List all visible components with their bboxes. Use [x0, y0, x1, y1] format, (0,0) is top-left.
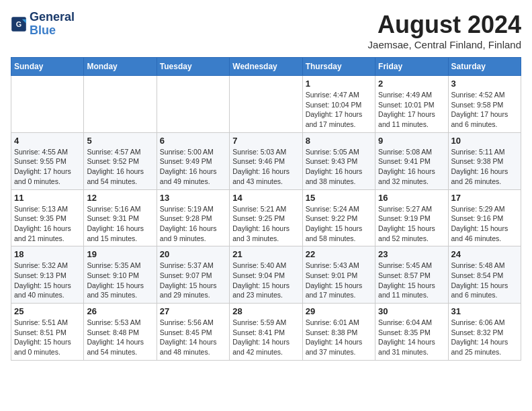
calendar-cell: 11Sunrise: 5:13 AM Sunset: 9:35 PM Dayli… — [11, 189, 84, 246]
day-info: Sunrise: 4:57 AM Sunset: 9:52 PM Dayligh… — [87, 147, 153, 187]
calendar-cell: 6Sunrise: 5:00 AM Sunset: 9:49 PM Daylig… — [157, 132, 229, 189]
day-info: Sunrise: 4:49 AM Sunset: 10:01 PM Daylig… — [378, 90, 445, 130]
day-info: Sunrise: 5:51 AM Sunset: 8:51 PM Dayligh… — [14, 318, 81, 357]
day-info: Sunrise: 5:24 AM Sunset: 9:22 PM Dayligh… — [306, 204, 372, 244]
day-number: 5 — [87, 136, 153, 146]
day-number: 20 — [160, 249, 226, 259]
day-number: 14 — [232, 193, 299, 203]
logo-icon: G — [11, 16, 27, 32]
day-number: 24 — [451, 249, 518, 259]
calendar-cell: 13Sunrise: 5:19 AM Sunset: 9:28 PM Dayli… — [157, 189, 229, 246]
calendar-cell: 4Sunrise: 4:55 AM Sunset: 9:55 PM Daylig… — [11, 132, 84, 189]
weekday-header: Wednesday — [230, 58, 302, 76]
calendar-cell: 26Sunrise: 5:53 AM Sunset: 8:48 PM Dayli… — [84, 304, 157, 361]
day-number: 9 — [378, 136, 445, 146]
day-info: Sunrise: 5:08 AM Sunset: 9:41 PM Dayligh… — [378, 147, 445, 187]
day-number: 3 — [451, 79, 518, 89]
calendar-cell: 24Sunrise: 5:48 AM Sunset: 8:54 PM Dayli… — [448, 246, 521, 304]
calendar-cell — [230, 76, 302, 133]
calendar-cell: 31Sunrise: 6:06 AM Sunset: 8:32 PM Dayli… — [448, 304, 521, 361]
calendar-cell: 29Sunrise: 6:01 AM Sunset: 8:38 PM Dayli… — [302, 304, 375, 361]
logo-line1: General — [30, 11, 75, 24]
day-info: Sunrise: 4:47 AM Sunset: 10:04 PM Daylig… — [306, 90, 372, 130]
calendar-cell: 21Sunrise: 5:40 AM Sunset: 9:04 PM Dayli… — [230, 246, 302, 304]
weekday-header: Thursday — [302, 58, 375, 76]
day-info: Sunrise: 5:19 AM Sunset: 9:28 PM Dayligh… — [160, 204, 226, 244]
calendar-cell — [11, 76, 84, 133]
title-section: August 2024 Jaemsae, Central Finland, Fi… — [368, 11, 521, 50]
day-number: 7 — [232, 136, 299, 146]
weekday-header: Sunday — [11, 58, 84, 76]
day-number: 4 — [14, 136, 81, 146]
day-info: Sunrise: 5:29 AM Sunset: 9:16 PM Dayligh… — [451, 204, 518, 244]
day-number: 12 — [87, 193, 153, 203]
day-info: Sunrise: 5:37 AM Sunset: 9:07 PM Dayligh… — [160, 261, 226, 300]
day-info: Sunrise: 5:35 AM Sunset: 9:10 PM Dayligh… — [87, 261, 153, 300]
calendar-cell: 23Sunrise: 5:45 AM Sunset: 8:57 PM Dayli… — [375, 246, 448, 304]
calendar-cell: 17Sunrise: 5:29 AM Sunset: 9:16 PM Dayli… — [448, 189, 521, 246]
weekday-header: Saturday — [448, 58, 521, 76]
day-info: Sunrise: 5:00 AM Sunset: 9:49 PM Dayligh… — [160, 147, 226, 187]
day-number: 27 — [160, 306, 226, 316]
calendar-cell: 25Sunrise: 5:51 AM Sunset: 8:51 PM Dayli… — [11, 304, 84, 361]
day-number: 19 — [87, 249, 153, 259]
weekday-header: Friday — [375, 58, 448, 76]
day-info: Sunrise: 5:43 AM Sunset: 9:01 PM Dayligh… — [306, 261, 372, 300]
day-number: 31 — [451, 306, 518, 316]
day-info: Sunrise: 4:55 AM Sunset: 9:55 PM Dayligh… — [14, 147, 81, 187]
day-info: Sunrise: 4:52 AM Sunset: 9:58 PM Dayligh… — [451, 90, 518, 130]
day-info: Sunrise: 5:45 AM Sunset: 8:57 PM Dayligh… — [378, 261, 445, 300]
calendar-week-row: 4Sunrise: 4:55 AM Sunset: 9:55 PM Daylig… — [11, 132, 521, 189]
calendar-cell — [157, 76, 229, 133]
calendar-cell: 20Sunrise: 5:37 AM Sunset: 9:07 PM Dayli… — [157, 246, 229, 304]
day-info: Sunrise: 5:13 AM Sunset: 9:35 PM Dayligh… — [14, 204, 81, 244]
day-info: Sunrise: 6:06 AM Sunset: 8:32 PM Dayligh… — [451, 318, 518, 357]
day-number: 26 — [87, 306, 153, 316]
day-number: 13 — [160, 193, 226, 203]
day-number: 11 — [14, 193, 81, 203]
calendar-cell: 5Sunrise: 4:57 AM Sunset: 9:52 PM Daylig… — [84, 132, 157, 189]
calendar-cell: 27Sunrise: 5:56 AM Sunset: 8:45 PM Dayli… — [157, 304, 229, 361]
day-number: 30 — [378, 306, 445, 316]
calendar-cell: 9Sunrise: 5:08 AM Sunset: 9:41 PM Daylig… — [375, 132, 448, 189]
day-number: 6 — [160, 136, 226, 146]
calendar-week-row: 18Sunrise: 5:32 AM Sunset: 9:13 PM Dayli… — [11, 246, 521, 304]
day-number: 2 — [378, 79, 445, 89]
day-info: Sunrise: 5:21 AM Sunset: 9:25 PM Dayligh… — [232, 204, 299, 244]
day-number: 25 — [14, 306, 81, 316]
day-number: 17 — [451, 193, 518, 203]
day-number: 28 — [232, 306, 299, 316]
logo-line2: Blue — [30, 24, 56, 37]
calendar-cell: 22Sunrise: 5:43 AM Sunset: 9:01 PM Dayli… — [302, 246, 375, 304]
calendar-cell: 7Sunrise: 5:03 AM Sunset: 9:46 PM Daylig… — [230, 132, 302, 189]
weekday-header: Monday — [84, 58, 157, 76]
day-number: 1 — [306, 79, 372, 89]
logo: G General Blue — [11, 11, 75, 38]
weekday-header: Tuesday — [157, 58, 229, 76]
logo-text: General Blue — [30, 11, 75, 38]
day-number: 8 — [306, 136, 372, 146]
day-number: 10 — [451, 136, 518, 146]
calendar-cell: 14Sunrise: 5:21 AM Sunset: 9:25 PM Dayli… — [230, 189, 302, 246]
day-info: Sunrise: 5:16 AM Sunset: 9:31 PM Dayligh… — [87, 204, 153, 244]
day-info: Sunrise: 5:48 AM Sunset: 8:54 PM Dayligh… — [451, 261, 518, 300]
day-number: 29 — [306, 306, 372, 316]
calendar-cell — [84, 76, 157, 133]
day-info: Sunrise: 5:56 AM Sunset: 8:45 PM Dayligh… — [160, 318, 226, 357]
day-info: Sunrise: 5:59 AM Sunset: 8:41 PM Dayligh… — [232, 318, 299, 357]
calendar-cell: 30Sunrise: 6:04 AM Sunset: 8:35 PM Dayli… — [375, 304, 448, 361]
svg-text:G: G — [16, 19, 21, 28]
calendar-week-row: 11Sunrise: 5:13 AM Sunset: 9:35 PM Dayli… — [11, 189, 521, 246]
day-info: Sunrise: 5:53 AM Sunset: 8:48 PM Dayligh… — [87, 318, 153, 357]
day-info: Sunrise: 6:01 AM Sunset: 8:38 PM Dayligh… — [306, 318, 372, 357]
day-info: Sunrise: 5:05 AM Sunset: 9:43 PM Dayligh… — [306, 147, 372, 187]
calendar-table: SundayMondayTuesdayWednesdayThursdayFrid… — [11, 57, 521, 361]
day-info: Sunrise: 5:27 AM Sunset: 9:19 PM Dayligh… — [378, 204, 445, 244]
page-header: G General Blue August 2024 Jaemsae, Cent… — [11, 11, 521, 50]
day-number: 21 — [232, 249, 299, 259]
calendar-cell: 18Sunrise: 5:32 AM Sunset: 9:13 PM Dayli… — [11, 246, 84, 304]
calendar-cell: 3Sunrise: 4:52 AM Sunset: 9:58 PM Daylig… — [448, 76, 521, 133]
day-info: Sunrise: 5:40 AM Sunset: 9:04 PM Dayligh… — [232, 261, 299, 300]
location-subtitle: Jaemsae, Central Finland, Finland — [368, 39, 521, 50]
calendar-cell: 10Sunrise: 5:11 AM Sunset: 9:38 PM Dayli… — [448, 132, 521, 189]
